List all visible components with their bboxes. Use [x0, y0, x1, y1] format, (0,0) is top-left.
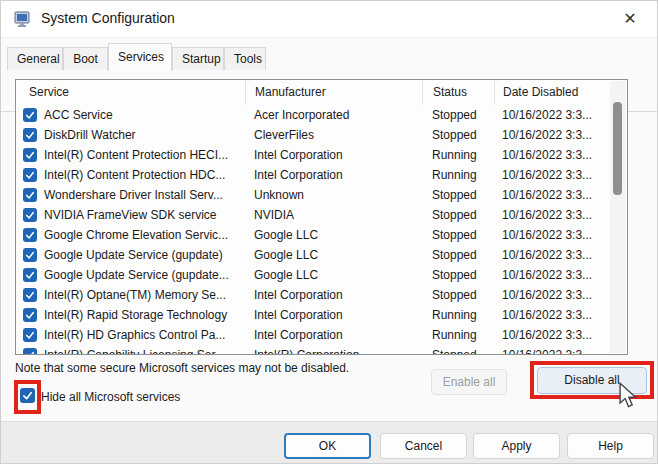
service-checkbox[interactable]	[23, 228, 37, 242]
manufacturer-cell: Intel Corporation	[245, 328, 422, 342]
service-cell: DiskDrill Watcher	[16, 128, 245, 142]
service-checkbox[interactable]	[23, 308, 37, 322]
service-checkbox[interactable]	[23, 208, 37, 222]
service-name: Intel(R) HD Graphics Control Pa...	[44, 328, 225, 342]
table-row[interactable]: Intel(R) HD Graphics Control Pa...Intel …	[16, 325, 610, 345]
date-disabled-cell: 10/16/2022 3:3...	[494, 208, 610, 222]
status-cell: Stopped	[422, 268, 494, 282]
table-row[interactable]: Intel(R) Capability Licensing Ser...Inte…	[16, 345, 610, 354]
service-name: Intel(R) Content Protection HDC...	[44, 168, 225, 182]
table-header: Service Manufacturer Status Date Disable…	[16, 80, 627, 105]
date-disabled-cell: 10/16/2022 3:3...	[494, 228, 610, 242]
close-icon[interactable]: ✕	[619, 8, 641, 30]
annotation-box-hide-checkbox	[14, 380, 41, 414]
date-disabled-cell: 10/16/2022 3:3...	[494, 148, 610, 162]
manufacturer-cell: Unknown	[245, 188, 422, 202]
manufacturer-cell: NVIDIA	[245, 208, 422, 222]
table-row[interactable]: Google Chrome Elevation Servic...Google …	[16, 225, 610, 245]
tab-tools[interactable]: Tools	[224, 47, 266, 70]
dialog-button-bar: OK Cancel Apply Help	[1, 421, 657, 464]
table-row[interactable]: Google Update Service (gupdate)Google LL…	[16, 245, 610, 265]
table-row[interactable]: Wondershare Driver Install Serv...Unknow…	[16, 185, 610, 205]
table-row[interactable]: Intel(R) Rapid Storage TechnologyIntel C…	[16, 305, 610, 325]
manufacturer-cell: Intel Corporation	[245, 148, 422, 162]
tab-strip: GeneralBootServicesStartupTools	[1, 43, 657, 70]
service-cell: Intel(R) HD Graphics Control Pa...	[16, 328, 245, 342]
manufacturer-cell: Intel Corporation	[245, 168, 422, 182]
service-checkbox[interactable]	[23, 188, 37, 202]
table-row[interactable]: ACC ServiceAcer IncorporatedStopped10/16…	[16, 105, 610, 125]
help-button[interactable]: Help	[567, 433, 654, 459]
ok-button[interactable]: OK	[284, 433, 371, 459]
service-name: Wondershare Driver Install Serv...	[44, 188, 223, 202]
tab-boot[interactable]: Boot	[63, 47, 108, 70]
status-cell: Running	[422, 168, 494, 182]
scrollbar-thumb[interactable]	[613, 102, 622, 195]
date-disabled-cell: 10/16/2022 3:3...	[494, 328, 610, 342]
enable-all-button: Enable all	[431, 369, 507, 395]
service-checkbox[interactable]	[23, 148, 37, 162]
date-disabled-cell: 10/16/2022 3:3...	[494, 248, 610, 262]
status-cell: Running	[422, 328, 494, 342]
apply-button[interactable]: Apply	[473, 433, 560, 459]
column-header-date-disabled[interactable]: Date Disabled	[494, 80, 610, 105]
manufacturer-cell: Google LLC	[245, 248, 422, 262]
table-row[interactable]: DiskDrill WatcherCleverFilesStopped10/16…	[16, 125, 610, 145]
service-checkbox[interactable]	[23, 168, 37, 182]
window-title: System Configuration	[41, 10, 175, 26]
service-name: NVIDIA FrameView SDK service	[44, 208, 217, 222]
service-checkbox[interactable]	[23, 288, 37, 302]
manufacturer-cell: Google LLC	[245, 268, 422, 282]
table-body: ACC ServiceAcer IncorporatedStopped10/16…	[16, 105, 610, 354]
service-cell: Google Chrome Elevation Servic...	[16, 228, 245, 242]
service-cell: Intel(R) Optane(TM) Memory Se...	[16, 288, 245, 302]
mouse-cursor-icon	[618, 382, 640, 414]
date-disabled-cell: 10/16/2022 3:3...	[494, 268, 610, 282]
table-row[interactable]: Intel(R) Content Protection HDC...Intel …	[16, 165, 610, 185]
manufacturer-cell: Intel(R) Corporation	[245, 348, 422, 354]
tab-services[interactable]: Services	[108, 43, 172, 71]
table-row[interactable]: NVIDIA FrameView SDK serviceNVIDIAStoppe…	[16, 205, 610, 225]
status-cell: Stopped	[422, 188, 494, 202]
service-cell: Wondershare Driver Install Serv...	[16, 188, 245, 202]
table-row[interactable]: Intel(R) Content Protection HECI...Intel…	[16, 145, 610, 165]
status-cell: Stopped	[422, 228, 494, 242]
service-name: Intel(R) Content Protection HECI...	[44, 148, 228, 162]
date-disabled-cell: 10/16/2022 3:3...	[494, 348, 610, 354]
service-checkbox[interactable]	[23, 268, 37, 282]
tab-startup[interactable]: Startup	[172, 47, 224, 70]
status-cell: Stopped	[422, 108, 494, 122]
service-checkbox[interactable]	[23, 128, 37, 142]
service-name: Intel(R) Optane(TM) Memory Se...	[44, 288, 226, 302]
date-disabled-cell: 10/16/2022 3:3...	[494, 288, 610, 302]
status-cell: Stopped	[422, 128, 494, 142]
scrollbar-track[interactable]	[610, 81, 626, 353]
service-name: Intel(R) Capability Licensing Ser...	[44, 348, 225, 354]
hide-microsoft-services-label: Hide all Microsoft services	[41, 390, 180, 404]
manufacturer-cell: Google LLC	[245, 228, 422, 242]
column-header-service[interactable]: Service	[16, 80, 245, 105]
column-header-status[interactable]: Status	[422, 80, 494, 105]
service-checkbox[interactable]	[23, 328, 37, 342]
service-cell: ACC Service	[16, 108, 245, 122]
table-row[interactable]: Intel(R) Optane(TM) Memory Se...Intel Co…	[16, 285, 610, 305]
manufacturer-cell: Intel Corporation	[245, 308, 422, 322]
service-checkbox[interactable]	[23, 248, 37, 262]
service-cell: Google Update Service (gupdate...	[16, 268, 245, 282]
system-configuration-dialog: System Configuration ✕ GeneralBootServic…	[0, 0, 658, 464]
service-cell: Intel(R) Rapid Storage Technology	[16, 308, 245, 322]
msconfig-app-icon	[14, 10, 32, 32]
table-row[interactable]: Google Update Service (gupdate...Google …	[16, 265, 610, 285]
service-name: ACC Service	[44, 108, 113, 122]
date-disabled-cell: 10/16/2022 3:3...	[494, 188, 610, 202]
service-checkbox[interactable]	[23, 108, 37, 122]
service-name: Intel(R) Rapid Storage Technology	[44, 308, 227, 322]
tab-general[interactable]: General	[7, 47, 63, 70]
status-cell: Stopped	[422, 348, 494, 354]
column-header-manufacturer[interactable]: Manufacturer	[245, 80, 422, 105]
service-cell: Intel(R) Content Protection HECI...	[16, 148, 245, 162]
cancel-button[interactable]: Cancel	[380, 433, 467, 459]
manufacturer-cell: Intel Corporation	[245, 288, 422, 302]
service-checkbox[interactable]	[23, 348, 37, 354]
note-text: Note that some secure Microsoft services…	[15, 361, 349, 375]
